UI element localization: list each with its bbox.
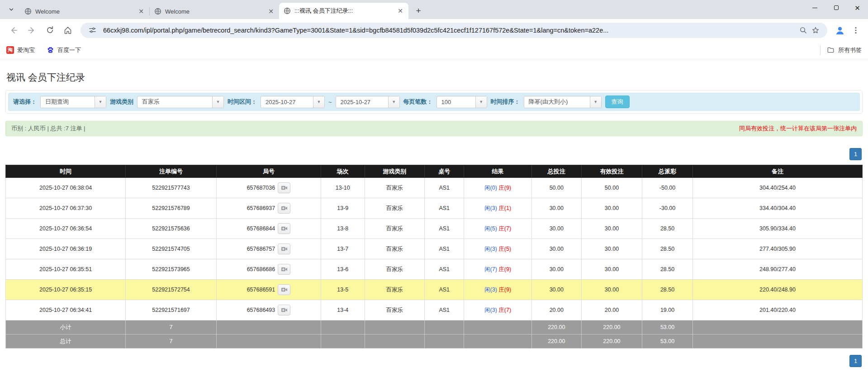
cell-total-bet[interactable]: 30.00 — [531, 219, 581, 239]
minimize-button[interactable] — [804, 0, 825, 15]
column-header: 时间 — [6, 165, 126, 178]
table-row: 2025-10-27 06:38:04522921577743657687036… — [6, 178, 863, 198]
globe-icon — [154, 8, 161, 15]
table-header-row: 时间注单编号局号场次游戏类别桌号结果总投注有效投注总派彩备注 — [6, 165, 863, 178]
subtotal-row: 小计7220.00220.0053.00 — [6, 320, 863, 334]
column-header: 备注 — [693, 165, 862, 178]
query-type-select[interactable]: 日期查询 ▼ — [40, 96, 106, 108]
result-player: 闲(5) — [484, 225, 497, 232]
cell-total-bet[interactable]: 30.00 — [531, 259, 581, 280]
cell-session: 13-4 — [321, 300, 365, 320]
site-settings-tune-icon[interactable] — [86, 24, 99, 37]
cell-time: 2025-10-27 06:38:04 — [6, 178, 126, 198]
page-size-value: 100 — [437, 99, 475, 105]
profile-avatar-icon[interactable] — [833, 23, 847, 38]
taobao-icon: 淘 — [6, 46, 14, 54]
footer-cell — [464, 334, 532, 349]
tab-welcome-1[interactable]: Welcome ✕ — [20, 4, 149, 19]
cell-payout: 28.50 — [642, 259, 693, 280]
cell-total-bet[interactable]: 30.00 — [531, 198, 581, 219]
video-replay-icon[interactable] — [278, 244, 290, 254]
cell-total-bet[interactable]: 50.00 — [531, 178, 581, 198]
zoom-magnifier-icon[interactable] — [797, 24, 809, 37]
page-number-button[interactable]: 1 — [849, 148, 862, 160]
close-icon[interactable]: ✕ — [267, 8, 275, 15]
new-tab-button[interactable]: + — [412, 5, 425, 17]
bookmark-star-icon[interactable] — [809, 24, 822, 37]
date-to-select[interactable]: 2025-10-27 ▼ — [336, 96, 400, 108]
close-icon[interactable]: ✕ — [138, 8, 145, 15]
video-replay-icon[interactable] — [278, 182, 290, 193]
video-replay-icon[interactable] — [278, 264, 290, 275]
date-from-select[interactable]: 2025-10-27 ▼ — [261, 96, 325, 108]
currency-total-text: 币别 : 人民币 | 总共 :7 注单 | — [11, 124, 85, 133]
url-text[interactable]: 66cxkj98.com/ipl/portal.php/game/betreco… — [103, 27, 797, 34]
svg-text:du: du — [49, 51, 52, 53]
footer-cell: 7 — [126, 334, 217, 349]
result-player: 闲(0) — [484, 185, 497, 191]
tab-search-chevron-icon[interactable] — [4, 2, 19, 17]
footer-cell: 53.00 — [642, 334, 693, 349]
globe-icon — [24, 8, 32, 15]
cell-valid-bet: 30.00 — [581, 239, 642, 259]
cell-bet-id: 522921573965 — [126, 259, 217, 280]
result-banker: 庄(9) — [498, 266, 511, 272]
footer-cell: 220.00 — [531, 320, 581, 334]
video-replay-icon[interactable] — [278, 223, 290, 234]
home-icon[interactable] — [60, 23, 76, 38]
reload-icon[interactable] — [42, 23, 57, 38]
back-icon[interactable] — [6, 23, 21, 38]
all-bookmarks-button[interactable]: 所有书签 — [820, 45, 862, 55]
column-header: 注单编号 — [126, 165, 217, 178]
bookmarks-bar: 淘 爱淘宝 du 百度一下 所有书签 — [0, 41, 868, 59]
date-to-value: 2025-10-27 — [336, 99, 388, 105]
video-replay-icon[interactable] — [278, 284, 290, 295]
maximize-button[interactable] — [825, 0, 847, 15]
cell-payout: 28.50 — [642, 239, 693, 259]
bookmark-baidu[interactable]: du 百度一下 — [47, 46, 81, 54]
cell-total-bet[interactable]: 30.00 — [531, 280, 581, 300]
total-row: 总计7220.00220.0053.00 — [6, 334, 863, 349]
address-bar[interactable]: 66cxkj98.com/ipl/portal.php/game/betreco… — [81, 23, 827, 38]
cell-result: 闲(3) 庄(1) — [464, 198, 532, 219]
result-banker: 庄(9) — [498, 287, 511, 293]
cell-result: 闲(3) 庄(9) — [464, 280, 532, 300]
video-replay-icon[interactable] — [278, 203, 290, 214]
close-window-button[interactable]: ✕ — [847, 0, 868, 15]
window-controls: ✕ — [804, 0, 868, 15]
page-content: 视讯 会员下注纪录 请选择： 日期查询 ▼ 游戏类别 百家乐 ▼ 时间区间： 2… — [0, 71, 868, 367]
cell-valid-bet: 30.00 — [581, 198, 642, 219]
video-replay-icon[interactable] — [278, 305, 290, 315]
forward-icon[interactable] — [24, 23, 39, 38]
tab-bet-record-active[interactable]: :::视讯 会员下注纪录::: ✕ — [279, 3, 408, 19]
cell-session: 13-8 — [321, 219, 365, 239]
column-header: 有效投注 — [581, 165, 642, 178]
game-type-select[interactable]: 百家乐 ▼ — [137, 96, 224, 108]
browser-tab-strip: Welcome ✕ Welcome ✕ :::视讯 会员下注纪录::: ✕ + … — [0, 0, 868, 19]
cell-time: 2025-10-27 06:34:41 — [6, 300, 126, 320]
cell-note: 305.90/334.40 — [693, 219, 862, 239]
round-id-text: 657686844 — [247, 225, 275, 232]
cell-total-bet[interactable]: 30.00 — [531, 239, 581, 259]
bet-table-body: 2025-10-27 06:38:04522921577743657687036… — [6, 178, 863, 349]
column-header: 场次 — [321, 165, 365, 178]
cell-table-no: AS1 — [425, 239, 464, 259]
cell-note: 277.40/305.90 — [693, 239, 862, 259]
page-size-select[interactable]: 100 ▼ — [436, 96, 487, 108]
cell-time: 2025-10-27 06:35:15 — [6, 280, 126, 300]
bookmark-taobao[interactable]: 淘 爱淘宝 — [6, 46, 35, 54]
cell-note: 201.40/220.40 — [693, 300, 862, 320]
cell-total-bet[interactable]: 20.00 — [531, 300, 581, 320]
time-sort-select[interactable]: 降幂(由大到小) ▼ — [524, 96, 602, 108]
bookmark-label: 百度一下 — [57, 46, 81, 54]
footer-cell — [693, 334, 862, 349]
cell-table-no: AS1 — [425, 219, 464, 239]
cell-session: 13-10 — [321, 178, 365, 198]
chrome-menu-kebab-icon[interactable] — [849, 24, 863, 37]
chevron-down-icon: ▼ — [388, 96, 399, 108]
close-icon[interactable]: ✕ — [397, 7, 404, 14]
search-button[interactable]: 查询 — [605, 96, 630, 108]
tab-welcome-2[interactable]: Welcome ✕ — [150, 4, 279, 19]
page-number-button[interactable]: 1 — [849, 355, 862, 367]
summary-bar: 币别 : 人民币 | 总共 :7 注单 | 同局有效投注，统一计算在该局第一张注… — [5, 121, 863, 136]
